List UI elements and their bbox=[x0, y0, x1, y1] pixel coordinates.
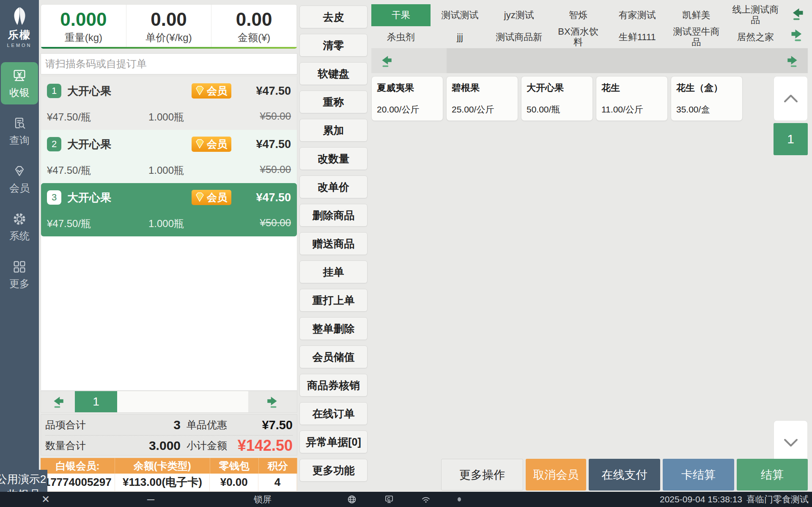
product-card[interactable]: 碧根果 25.00/公斤 bbox=[446, 76, 518, 121]
fn-coupon-redeem-button[interactable]: 商品券核销 bbox=[299, 374, 368, 397]
scale-accent-bar bbox=[41, 47, 297, 49]
settle-button[interactable]: 结算 bbox=[737, 459, 808, 491]
minimize-button[interactable]: ─ bbox=[147, 492, 154, 507]
cart-item-qty: 1.000瓶 bbox=[148, 110, 228, 124]
category-tab[interactable]: jjj bbox=[431, 26, 490, 48]
category-tab[interactable]: jyz测试 bbox=[489, 4, 549, 26]
category-tab[interactable]: BX酒水饮料 bbox=[549, 26, 608, 48]
scale-weight-label: 重量(kg) bbox=[41, 31, 126, 44]
logo-text-cn: 乐檬 bbox=[0, 28, 39, 42]
fn-online-orders-button[interactable]: 在线订单 bbox=[299, 402, 368, 425]
lemon-logo-icon bbox=[0, 6, 39, 27]
order-summary: 品项合计 3 单品优惠 ¥7.50 数量合计 3.000 小计金额 ¥142.5… bbox=[41, 414, 297, 455]
wifi-icon[interactable] bbox=[420, 492, 431, 507]
query-icon bbox=[1, 116, 38, 131]
fn-tare-button[interactable]: 去皮 bbox=[299, 5, 368, 28]
fn-reweigh-button[interactable]: 重称 bbox=[299, 90, 368, 113]
cart-item-name: 大开心果 bbox=[67, 84, 111, 99]
category-tab[interactable]: 居然之家 bbox=[726, 26, 785, 48]
fn-member-recharge-button[interactable]: 会员储值 bbox=[299, 345, 368, 368]
card-settle-button[interactable]: 卡结算 bbox=[663, 459, 734, 491]
cart-item[interactable]: 2 大开心果 会员 ¥47.50 ¥47.50/瓶 1.000瓶 ¥50.00 bbox=[41, 130, 297, 183]
category-tab[interactable]: 凯鲜美 bbox=[667, 4, 726, 26]
subcategory-selected-cell[interactable] bbox=[371, 48, 447, 73]
member-phone-value: 17774005297 bbox=[41, 474, 115, 491]
barcode-search-input[interactable] bbox=[41, 54, 297, 74]
sidebar-menu: 收银 查询 会员 bbox=[0, 62, 39, 296]
fn-hold-order-button[interactable]: 挂单 bbox=[299, 260, 368, 283]
fn-abnormal-orders-button[interactable]: 异常单据[0] bbox=[299, 430, 368, 453]
category-tab[interactable]: 测试翌牛商品 bbox=[667, 26, 726, 48]
category-prev-button[interactable] bbox=[790, 6, 805, 21]
datetime-text: 2025-09-04 15:38:13 bbox=[660, 494, 742, 504]
product-card[interactable]: 花生 11.00/公斤 bbox=[596, 76, 668, 121]
sidebar-item-label: 收银 bbox=[1, 86, 38, 99]
category-tab[interactable]: 有家测试 bbox=[608, 4, 667, 26]
category-next-button[interactable] bbox=[790, 27, 805, 42]
product-card[interactable]: 花生（盒） 35.00/盒 bbox=[671, 76, 743, 121]
fn-void-order-button[interactable]: 整单删除 bbox=[299, 317, 368, 340]
fn-more-functions-button[interactable]: 更多功能 bbox=[299, 459, 368, 482]
close-button[interactable]: ✕ bbox=[41, 492, 50, 507]
product-name: 碧根果 bbox=[452, 82, 513, 94]
cart-item-selected[interactable]: 3 大开心果 会员 ¥47.50 ¥47.50/瓶 1.000瓶 ¥50.00 bbox=[41, 183, 297, 236]
subcategory-next-button[interactable] bbox=[786, 54, 800, 68]
cart-next-page-button[interactable] bbox=[248, 391, 297, 412]
product-name: 夏威夷果 bbox=[377, 82, 438, 94]
member-price-badge: 会员 bbox=[192, 137, 231, 152]
scale-weight-value: 0.000 bbox=[41, 9, 126, 30]
product-card[interactable]: 大开心果 50.00/瓶 bbox=[521, 76, 593, 121]
online-pay-button[interactable]: 在线支付 bbox=[589, 459, 660, 491]
subtotal-value: ¥142.50 bbox=[227, 437, 293, 455]
operator-account: 公用演示2 bbox=[0, 471, 47, 487]
category-tab[interactable]: 杀虫剂 bbox=[371, 26, 431, 48]
sidebar-item-system[interactable]: 系统 bbox=[1, 206, 38, 248]
scroll-up-button[interactable] bbox=[774, 76, 808, 121]
category-tab[interactable]: 测试商品新 bbox=[489, 26, 549, 48]
category-tab[interactable]: 智烁 bbox=[549, 4, 608, 26]
member-info-table: 白银会员: 余额(卡类型) 零钱包 积分 17774005297 ¥113.00… bbox=[41, 458, 297, 491]
items-total-value: 3 bbox=[109, 418, 181, 432]
category-tab[interactable]: 线上测试商品 bbox=[726, 4, 785, 26]
store-name-text: 喜临门零食测试 bbox=[746, 493, 809, 505]
cancel-member-button[interactable]: 取消会员 bbox=[526, 459, 586, 491]
fn-change-qty-button[interactable]: 改数量 bbox=[299, 147, 368, 170]
cart-item[interactable]: 1 大开心果 会员 ¥47.50 ¥47.50/瓶 1.000瓶 ¥50.00 bbox=[41, 77, 297, 130]
fn-soft-keyboard-button[interactable]: 软键盘 bbox=[299, 62, 368, 85]
fn-reprint-button[interactable]: 重打上单 bbox=[299, 289, 368, 312]
arrow-right-icon bbox=[790, 27, 805, 42]
more-operations-button[interactable]: 更多操作 bbox=[441, 459, 523, 491]
member-price-badge: 会员 bbox=[192, 190, 231, 205]
category-scroll-arrows bbox=[787, 6, 807, 42]
cart-item-price: ¥47.50 bbox=[234, 85, 291, 98]
scale-unit-price-value: 0.00 bbox=[126, 9, 211, 30]
cart-item-unit-price: ¥47.50/瓶 bbox=[47, 217, 148, 230]
fn-gift-item-button[interactable]: 赠送商品 bbox=[299, 232, 368, 255]
product-price: 25.00/公斤 bbox=[452, 104, 494, 115]
category-tab-active[interactable]: 干果 bbox=[371, 4, 431, 26]
network-globe-icon[interactable] bbox=[347, 492, 357, 507]
display-device-icon[interactable] bbox=[384, 492, 394, 507]
product-price: 50.00/瓶 bbox=[527, 104, 560, 115]
fn-delete-item-button[interactable]: 删除商品 bbox=[299, 204, 368, 227]
cart-item-price: ¥47.50 bbox=[234, 138, 291, 151]
category-tab[interactable]: 测试测试 bbox=[431, 4, 490, 26]
category-tab[interactable]: 生鲜1111 bbox=[608, 26, 667, 48]
diamond-icon bbox=[192, 138, 206, 151]
sidebar-item-query[interactable]: 查询 bbox=[1, 110, 38, 152]
sidebar-item-member[interactable]: 会员 bbox=[1, 158, 38, 200]
cart-prev-page-button[interactable] bbox=[41, 391, 75, 412]
cashier-icon bbox=[1, 68, 38, 83]
arrow-left-icon bbox=[379, 54, 393, 68]
sidebar-item-cashier[interactable]: 收银 bbox=[1, 62, 38, 104]
arrow-right-icon bbox=[266, 395, 280, 409]
cart-item-index: 1 bbox=[47, 84, 61, 98]
product-card[interactable]: 夏威夷果 20.00/公斤 bbox=[371, 76, 443, 121]
fn-change-price-button[interactable]: 改单价 bbox=[299, 175, 368, 198]
sidebar-item-more[interactable]: 更多 bbox=[1, 253, 38, 296]
fn-accumulate-button[interactable]: 累加 bbox=[299, 119, 368, 142]
product-grid: 夏威夷果 20.00/公斤 碧根果 25.00/公斤 大开心果 50.00/瓶 … bbox=[371, 76, 743, 121]
fn-clear-button[interactable]: 清零 bbox=[299, 34, 368, 57]
status-dot-icon[interactable] bbox=[457, 492, 462, 507]
lock-screen-button[interactable]: 锁屏 bbox=[254, 492, 272, 507]
